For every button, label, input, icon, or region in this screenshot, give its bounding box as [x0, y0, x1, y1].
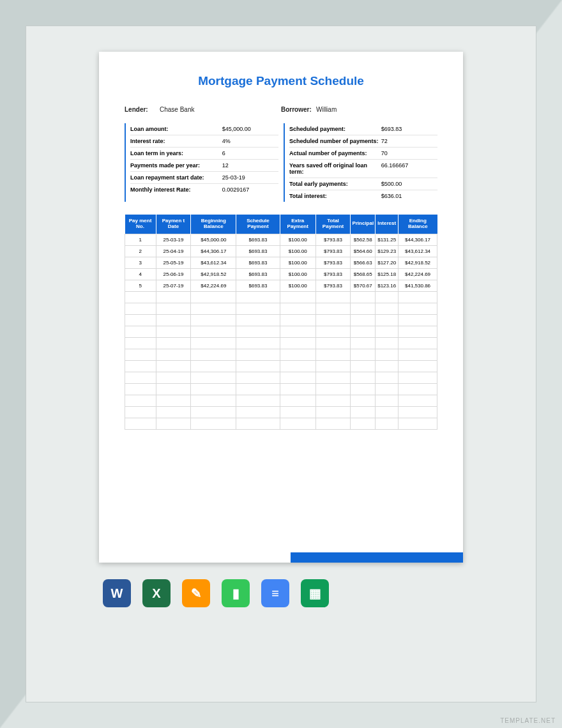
table-cell: $100.00 [280, 245, 315, 257]
summary-row: Total interest:$636.01 [289, 190, 437, 202]
table-cell-empty [351, 383, 376, 395]
table-row: 425-06-19$42,918.52$693.83$100.00$793.83… [125, 268, 437, 280]
table-cell: 4 [125, 268, 156, 280]
table-cell-empty [280, 383, 315, 395]
table-cell: $793.83 [315, 245, 351, 257]
table-cell-empty [191, 314, 236, 326]
table-row-empty [125, 395, 437, 406]
table-row-empty [125, 383, 437, 395]
table-cell-empty [280, 326, 315, 337]
summary-value: $500.00 [381, 181, 437, 187]
summary-row: Actual number of payments:70 [289, 148, 437, 160]
table-cell: 5 [125, 280, 156, 291]
summary-key: Scheduled number of payments: [289, 138, 381, 144]
table-cell-empty [399, 303, 437, 314]
ms-word-icon[interactable]: W [103, 579, 131, 607]
preview-card: Mortgage Payment Schedule Lender: Chase … [26, 26, 536, 702]
document-page: Mortgage Payment Schedule Lender: Chase … [99, 52, 463, 563]
summary-value: 6 [222, 150, 278, 156]
table-header-cell: Pay ment No. [125, 215, 156, 234]
table-cell: $693.83 [236, 268, 280, 280]
apple-numbers-icon[interactable]: ▮ [222, 579, 250, 607]
google-sheets-icon[interactable]: ▦ [301, 579, 329, 607]
table-cell: $568.65 [351, 268, 376, 280]
summary-value: 66.166667 [381, 162, 437, 175]
table-cell-empty [399, 314, 437, 326]
table-cell-empty [280, 418, 315, 429]
table-row-empty [125, 303, 437, 314]
table-cell-empty [315, 349, 351, 360]
table-cell-empty [399, 291, 437, 303]
table-row-empty [125, 406, 437, 418]
table-cell-empty [236, 349, 280, 360]
table-cell: $100.00 [280, 280, 315, 291]
borrower-label: Borrower: [281, 106, 316, 113]
table-cell-empty [236, 406, 280, 418]
table-header-cell: Beginning Balance [191, 215, 236, 234]
table-cell-empty [351, 372, 376, 383]
table-cell: $44,306.17 [399, 234, 437, 245]
table-cell: 2 [125, 245, 156, 257]
table-header-cell: Ending Balance [399, 215, 437, 234]
table-cell-empty [156, 383, 191, 395]
summary-key: Years saved off original loan term: [289, 162, 381, 175]
summary-left: Loan amount:$45,000.00Interest rate:4%Lo… [125, 123, 278, 202]
summary-row: Payments made per year:12 [130, 160, 278, 172]
table-cell-empty [125, 303, 156, 314]
table-cell: $44,306.17 [191, 245, 236, 257]
apple-pages-icon[interactable]: ✎ [182, 579, 210, 607]
footer-accent-bar [291, 552, 463, 563]
summary-row: Loan term in years:6 [130, 148, 278, 160]
summary-value: 72 [381, 138, 437, 144]
table-header-cell: Total Payment [315, 215, 351, 234]
table-cell-empty [376, 349, 399, 360]
table-cell: $131.25 [376, 234, 399, 245]
table-row-empty [125, 372, 437, 383]
table-cell-empty [191, 383, 236, 395]
table-cell-empty [351, 406, 376, 418]
table-cell: $793.83 [315, 234, 351, 245]
summary-value: 12 [222, 162, 278, 169]
summary-value: $636.01 [381, 193, 437, 199]
lender-label: Lender: [125, 106, 160, 113]
table-cell-empty [156, 337, 191, 349]
table-row: 225-04-19$44,306.17$693.83$100.00$793.83… [125, 245, 437, 257]
table-cell-empty [125, 337, 156, 349]
table-cell-empty [399, 406, 437, 418]
summary-row: Scheduled payment:$693.83 [289, 123, 437, 135]
table-cell: $45,000.00 [191, 234, 236, 245]
google-docs-icon[interactable]: ≡ [261, 579, 289, 607]
summary-key: Loan repayment start date: [130, 174, 222, 181]
table-row-empty [125, 314, 437, 326]
table-row-empty [125, 337, 437, 349]
summary-value: 70 [381, 150, 437, 156]
table-cell-empty [351, 418, 376, 429]
table-cell: 3 [125, 257, 156, 268]
table-cell-empty [399, 349, 437, 360]
table-cell-empty [280, 314, 315, 326]
table-cell-empty [351, 291, 376, 303]
page-title: Mortgage Payment Schedule [125, 74, 437, 88]
table-cell-empty [315, 314, 351, 326]
table-cell-empty [399, 360, 437, 372]
table-cell-empty [280, 337, 315, 349]
table-cell-empty [191, 349, 236, 360]
table-cell-empty [376, 406, 399, 418]
table-cell-empty [399, 326, 437, 337]
table-cell-empty [125, 418, 156, 429]
summary-key: Monthly interest Rate: [130, 186, 222, 193]
table-cell-empty [125, 349, 156, 360]
table-cell-empty [315, 337, 351, 349]
table-cell: $570.67 [351, 280, 376, 291]
table-cell: 25-03-19 [156, 234, 191, 245]
table-cell: $693.83 [236, 257, 280, 268]
table-cell-empty [376, 326, 399, 337]
ms-excel-icon[interactable]: X [142, 579, 171, 607]
table-cell-empty [191, 303, 236, 314]
table-cell: $43,612.34 [399, 245, 437, 257]
table-cell: $125.18 [376, 268, 399, 280]
table-cell-empty [125, 291, 156, 303]
table-cell-empty [315, 406, 351, 418]
table-cell: 25-06-19 [156, 268, 191, 280]
table-row-empty [125, 326, 437, 337]
